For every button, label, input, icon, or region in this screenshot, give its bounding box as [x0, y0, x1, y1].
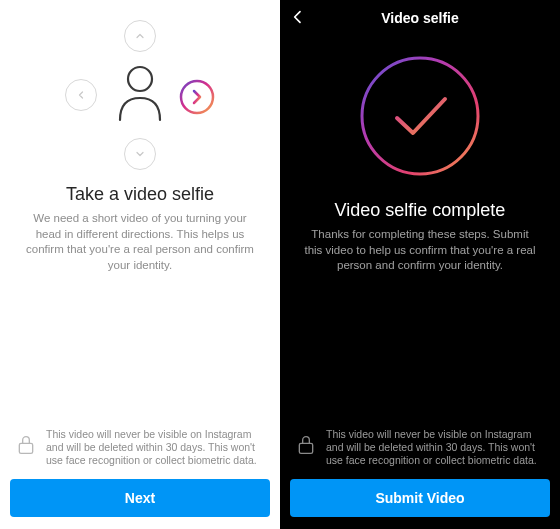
person-icon	[114, 62, 166, 126]
checkmark-icon	[397, 99, 445, 133]
chevron-down-icon	[124, 138, 156, 170]
privacy-note: This video will never be visible on Inst…	[280, 428, 560, 479]
lock-icon	[16, 434, 36, 460]
video-selfie-complete-screen: Video selfie	[280, 0, 560, 529]
header: Video selfie	[280, 0, 560, 36]
take-video-selfie-screen: Take a video selfie We need a short vide…	[0, 0, 280, 529]
page-title: Video selfie complete	[296, 200, 544, 221]
submit-video-button[interactable]: Submit Video	[290, 479, 550, 517]
header-title: Video selfie	[381, 10, 459, 26]
chevron-right-icon	[179, 79, 215, 115]
chevron-up-icon	[124, 20, 156, 52]
next-button[interactable]: Next	[10, 479, 270, 517]
page-title: Take a video selfie	[16, 184, 264, 205]
privacy-text: This video will never be visible on Inst…	[46, 428, 264, 467]
back-icon[interactable]	[290, 8, 306, 28]
page-description: We need a short video of you turning you…	[24, 211, 256, 273]
svg-rect-4	[299, 444, 312, 454]
privacy-note: This video will never be visible on Inst…	[0, 428, 280, 479]
privacy-text: This video will never be visible on Inst…	[326, 428, 544, 467]
svg-rect-2	[19, 444, 32, 454]
lock-icon	[296, 434, 316, 460]
svg-point-1	[128, 67, 152, 91]
chevron-left-icon	[65, 79, 97, 111]
selfie-illustration	[0, 0, 280, 170]
svg-point-3	[362, 58, 478, 174]
complete-illustration	[280, 36, 560, 186]
svg-point-0	[181, 81, 213, 113]
page-description: Thanks for completing these steps. Submi…	[304, 227, 536, 274]
